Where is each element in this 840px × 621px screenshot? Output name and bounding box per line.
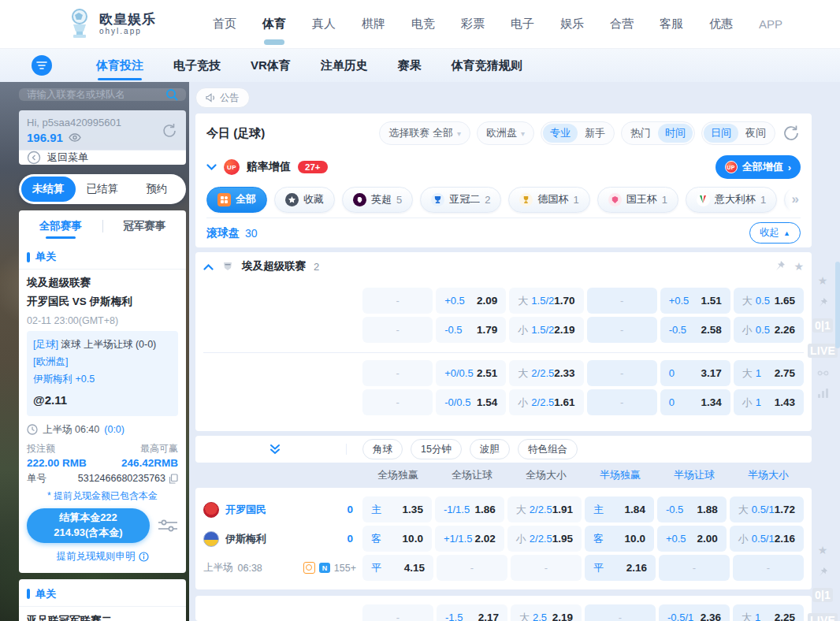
collapse-button[interactable]: 收起 ▲ [749,222,801,244]
tab-settled[interactable]: 已结算 [76,177,130,202]
nav-support[interactable]: 客服 [658,10,685,38]
chip-all-leagues[interactable]: 全部 [206,187,267,213]
search-input[interactable] [27,89,165,100]
odds-cell[interactable]: -0.5/12.36 [659,604,730,621]
odds-cell[interactable]: -1/1.51.86 [435,496,504,522]
league-select[interactable]: 选择联赛 全部 ▾ [379,121,470,145]
chevron-down-icon[interactable] [206,164,217,171]
odds-cell[interactable]: 小1.5/22.19 [509,317,583,343]
odds-cell[interactable]: +0.52.00 [657,526,727,552]
market-corners[interactable]: 角球 [362,439,403,459]
theme-day[interactable]: 日间 [704,124,738,143]
nav-app[interactable]: APP [757,11,784,37]
odds-cell[interactable]: 大12.75 [734,360,804,386]
odds-cell[interactable]: 01.34 [660,389,730,415]
refresh-icon[interactable] [782,124,801,143]
chips-scroll-right-icon[interactable]: » [784,181,801,218]
star-icon[interactable]: ★ [818,275,828,286]
nav-board-games[interactable]: 棋牌 [360,10,387,38]
tab-vr-sports[interactable]: VR体育 [251,58,291,73]
odds-cell[interactable]: 大0.51.65 [734,288,804,314]
nav-slots[interactable]: 电子 [509,10,536,38]
cashout-rules-link[interactable]: 提前兑现规则申明 [27,550,178,563]
stats-icon[interactable] [818,389,828,398]
odds-cell[interactable]: 大1.5/21.70 [509,288,583,314]
odds-cell[interactable]: -0.52.58 [660,317,730,343]
star-icon[interactable]: ★ [818,545,828,556]
market-select[interactable]: 欧洲盘 ▾ [477,121,534,145]
chip-dfb-pokal[interactable]: 德国杯 1 [508,187,589,213]
sort-time[interactable]: 时间 [658,124,693,143]
tab-all-events[interactable]: 全部赛事 [19,219,102,233]
tab-sports-betting[interactable]: 体育投注 [96,58,143,73]
away-team-cell[interactable]: 伊斯梅利 0 [203,526,362,552]
odds-cell[interactable]: 大0.5/11.72 [730,496,804,522]
chip-favorites[interactable]: 收藏 [274,187,335,213]
odds-cell[interactable]: +1/1.52.02 [435,526,504,552]
chevron-up-icon[interactable] [203,263,214,270]
nav-home[interactable]: 首页 [211,10,238,38]
filter-menu-button[interactable] [32,55,52,76]
market-15min[interactable]: 15分钟 [411,439,462,459]
odds-cell[interactable]: 小2/2.51.95 [507,526,582,552]
nav-esports[interactable]: 电竞 [410,10,437,38]
match-status-cell[interactable]: 上半场 06:38 N 155+ [203,555,362,581]
odds-cell[interactable]: -1.52.17 [437,604,507,621]
tab-betting-rules[interactable]: 体育竞猜规则 [452,58,522,73]
league-section-header[interactable]: 埃及超级联赛 2 ★ [203,252,804,281]
nav-affiliate[interactable]: 合营 [608,10,635,38]
nav-promos[interactable]: 优惠 [708,10,734,38]
tab-results[interactable]: 赛果 [398,58,422,73]
tab-bet-history[interactable]: 注单历史 [321,58,368,73]
more-markets-count[interactable]: 155+ [334,563,356,574]
odds-cell[interactable]: -0.51.88 [657,496,727,522]
eye-icon[interactable] [69,133,81,142]
scrollbar-thumb[interactable] [835,262,840,348]
home-team-cell[interactable]: 开罗国民 0 [203,496,362,522]
theme-night[interactable]: 夜间 [738,124,773,143]
brand-logo[interactable]: 欧皇娱乐 ohyl.app [66,9,156,40]
odds-cell[interactable]: 主1.35 [362,496,432,522]
double-chevron-down-icon[interactable] [203,444,347,455]
odds-cell[interactable]: 大2.52.19 [511,604,582,621]
mode-pro[interactable]: 专业 [543,124,578,143]
vertical-scrollbar[interactable] [834,82,840,621]
odds-cell[interactable]: 小0.5/12.16 [730,526,804,552]
odds-cell[interactable]: 小2/2.51.61 [509,389,583,415]
nav-entertainment[interactable]: 娱乐 [559,10,585,38]
chip-copa-del-rey[interactable]: 国王杯 1 [597,187,678,213]
market-correct-score[interactable]: 波胆 [470,439,510,459]
star-icon[interactable]: ★ [794,260,804,273]
cashout-sliders-icon[interactable] [158,517,178,534]
announcement-button[interactable]: 公告 [195,87,250,108]
odds-cell[interactable]: 大12.25 [733,604,804,621]
tab-reserved[interactable]: 预约 [129,177,184,202]
tab-champion-events[interactable]: 冠军赛事 [103,219,187,233]
odds-cell[interactable]: 平2.16 [585,555,656,581]
odds-cell[interactable]: 小11.43 [734,389,804,415]
nav-live-casino[interactable]: 真人 [310,10,337,38]
search-icon[interactable] [165,88,178,101]
chip-epl[interactable]: 英超 5 [342,187,413,213]
odds-cell[interactable]: 大2/2.52.33 [509,360,583,386]
all-boosts-button[interactable]: UP 全部增值 › [715,155,801,179]
odds-cell[interactable]: 小0.52.26 [734,317,804,343]
odds-cell[interactable]: 大2/2.51.91 [507,496,582,522]
odds-cell[interactable]: 客10.0 [362,526,432,552]
pin-icon[interactable] [818,567,828,577]
odds-cell[interactable]: 客10.0 [585,526,654,552]
chip-coppa-italia[interactable]: 意大利杯 1 [686,187,777,213]
tab-esports[interactable]: 电子竞技 [173,58,221,73]
score-01-icon[interactable]: 0|1 [812,588,833,602]
cashout-button[interactable]: 结算本金222 214.93(含本金) [27,508,150,543]
copy-icon[interactable] [169,474,178,484]
pin-icon[interactable] [818,297,828,307]
market-specials[interactable]: 特色组合 [518,439,578,459]
odds-cell[interactable]: +0/0.52.51 [436,360,506,386]
sort-hot[interactable]: 热门 [623,124,658,143]
odds-cell[interactable]: -0.51.79 [436,317,506,343]
score-01-icon[interactable]: 0|1 [812,318,833,333]
chip-acl2[interactable]: 亚冠二 2 [420,187,501,213]
tab-unsettled[interactable]: 未结算 [21,177,76,202]
back-to-menu[interactable]: 返回菜单 [19,150,186,165]
